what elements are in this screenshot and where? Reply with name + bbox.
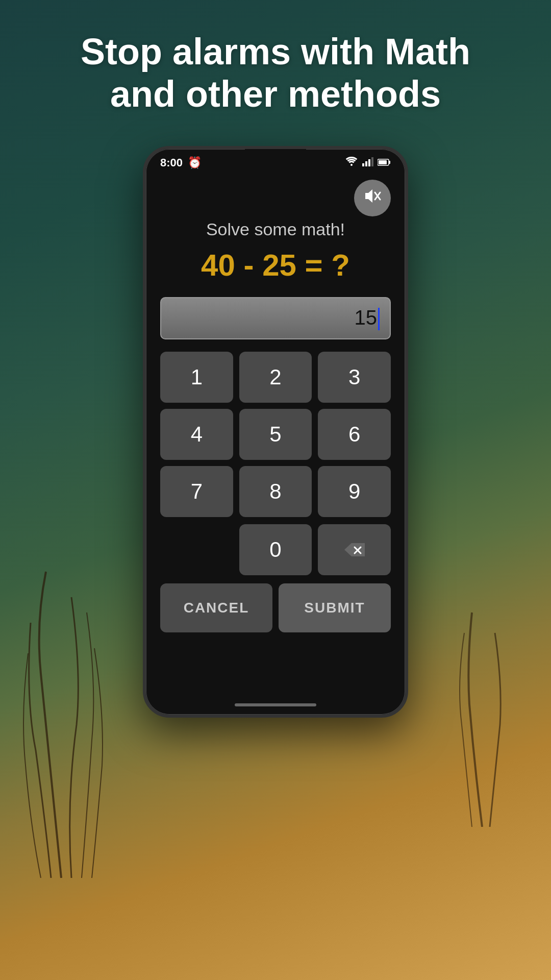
headline-line1: Stop alarms with Math xyxy=(81,31,470,72)
svg-rect-3 xyxy=(368,159,370,166)
num-btn-2[interactable]: 2 xyxy=(239,352,312,403)
svg-point-0 xyxy=(350,164,353,166)
num-btn-1[interactable]: 1 xyxy=(160,352,233,403)
math-equation: 40 - 25 = ? xyxy=(201,248,350,283)
num-btn-5[interactable]: 5 xyxy=(239,409,312,460)
numpad-grid: 1 2 3 4 5 6 7 8 9 xyxy=(160,352,391,517)
svg-rect-7 xyxy=(379,160,387,164)
svg-rect-6 xyxy=(389,161,390,164)
num-btn-3[interactable]: 3 xyxy=(318,352,391,403)
svg-rect-2 xyxy=(365,161,367,166)
home-indicator xyxy=(235,703,316,706)
camera-notch xyxy=(245,149,306,161)
status-left: 8:00 ⏰ xyxy=(160,156,202,169)
headline-line2: and other methods xyxy=(110,74,441,114)
answer-input-display[interactable]: 15 xyxy=(160,297,391,339)
cancel-button[interactable]: CANCEL xyxy=(160,583,272,632)
main-content: Stop alarms with Math and other methods … xyxy=(0,0,551,718)
num-btn-8[interactable]: 8 xyxy=(239,466,312,517)
phone-mockup: 8:00 ⏰ xyxy=(143,146,408,718)
alarm-icon: ⏰ xyxy=(188,156,202,169)
text-cursor xyxy=(378,308,380,330)
submit-button[interactable]: SUBMIT xyxy=(279,583,391,632)
svg-rect-4 xyxy=(371,157,373,166)
num-btn-6[interactable]: 6 xyxy=(318,409,391,460)
answer-value: 15 xyxy=(355,306,378,329)
numpad-empty-cell xyxy=(160,524,233,575)
mute-button[interactable] xyxy=(354,180,391,216)
num-btn-4[interactable]: 4 xyxy=(160,409,233,460)
battery-icon xyxy=(378,156,391,169)
status-time: 8:00 xyxy=(160,156,183,169)
solve-label: Solve some math! xyxy=(206,219,345,239)
num-btn-9[interactable]: 9 xyxy=(318,466,391,517)
phone-content: Solve some math! 40 - 25 = ? 15 1 2 3 4 … xyxy=(146,174,405,643)
backspace-button[interactable] xyxy=(318,524,391,575)
svg-rect-1 xyxy=(362,163,364,166)
wifi-icon xyxy=(345,156,358,169)
num-btn-7[interactable]: 7 xyxy=(160,466,233,517)
mute-icon xyxy=(364,187,381,208)
status-right xyxy=(345,156,391,169)
num-btn-0[interactable]: 0 xyxy=(239,524,312,575)
headline: Stop alarms with Math and other methods xyxy=(50,31,501,115)
action-row: CANCEL SUBMIT xyxy=(160,583,391,632)
signal-icon xyxy=(362,156,373,169)
numpad-bottom-row: 0 xyxy=(160,524,391,575)
